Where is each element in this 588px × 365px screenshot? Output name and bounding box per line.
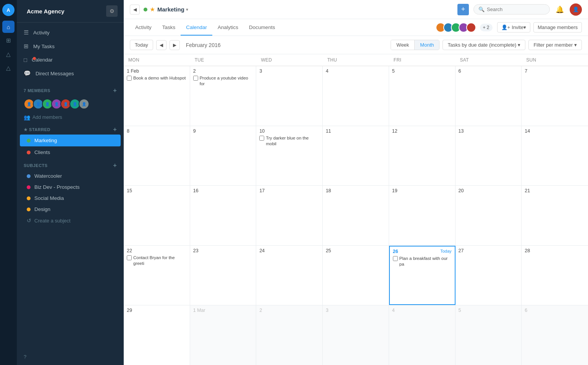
invite-button[interactable]: 👤+ Invite ▾ [497,22,531,32]
calendar-cell[interactable]: 29 [124,305,190,365]
calendar-cell[interactable]: 3 [323,305,389,365]
calendar-cell[interactable]: 19 [389,186,456,245]
tab-analytics[interactable]: Analytics [212,20,244,36]
subject-watercooler[interactable]: Watercooler [20,170,121,182]
app-logo[interactable]: A [2,4,15,16]
add-member-icon[interactable]: + [113,87,117,94]
calendar-task[interactable]: Plan a breakfast with our pa [393,256,452,267]
add-members-button[interactable]: 👥 Add members [17,112,124,122]
subject-design[interactable]: Design [20,204,121,215]
manage-members-button[interactable]: Manage members [533,22,582,32]
home-icon[interactable]: ⌂ [2,21,15,33]
calendar-cell[interactable]: 1 Mar [190,305,257,365]
task-checkbox[interactable] [393,256,398,261]
prev-month-button[interactable]: ◀ [156,40,166,50]
calendar-cell[interactable]: 13 [456,126,522,186]
calendar-cell[interactable]: 18 [323,186,389,245]
tab-tasks[interactable]: Tasks [157,20,181,36]
task-checkbox[interactable] [259,136,264,141]
calendar-cell[interactable]: 27 [456,246,522,305]
calendar-body: 1 FebBook a demo with Hubspot2Produce a … [124,66,588,365]
calendar-cell[interactable]: 4 [323,66,389,126]
starred-clients[interactable]: Clients [20,146,121,158]
add-task-button[interactable]: + [457,4,469,15]
calendar-cell[interactable]: 25 [323,246,389,305]
sidebar-item-calendar[interactable]: □ Calendar [17,53,124,67]
task-checkbox[interactable] [127,76,132,81]
calendar-task[interactable]: Contact Bryan for the greeti [127,255,187,266]
calendar-cell[interactable]: 22Contact Bryan for the greeti [124,246,190,305]
calendar-week-3: 22Contact Bryan for the greeti23242526To… [124,246,588,306]
marketing-label: Marketing [34,138,57,143]
extra-icon[interactable]: △ [2,62,15,74]
calendar-cell[interactable]: 2Produce a youtube video for [190,66,257,126]
calendar-cell[interactable]: 6 [456,66,522,126]
sidebar-item-activity[interactable]: ☰ Activity [17,26,124,39]
cell-date: 22 [127,248,187,253]
calendar-cell[interactable]: 2 [256,305,323,365]
task-checkbox[interactable] [193,76,198,81]
calendar-cell[interactable]: 1 FebBook a demo with Hubspot [124,66,190,126]
sidebar-item-my-tasks[interactable]: ⊞ My Tasks [17,39,124,53]
calendar-cell[interactable]: 4 [389,305,456,365]
create-subject-button[interactable]: ↺ Create a subject [20,215,121,226]
calendar-cell[interactable]: 24 [256,246,323,305]
starred-marketing[interactable]: Marketing [20,135,121,146]
calendar-cell[interactable]: 23 [190,246,257,305]
calendar-cell[interactable]: 5 [456,305,522,365]
add-members-label: Add members [32,115,62,120]
notifications-button[interactable]: 🔔 [554,3,566,16]
calendar-cell[interactable]: 15 [124,186,190,245]
project-star-icon[interactable]: ★ [150,6,155,13]
task-label: Try darker blue on the mobil [266,135,319,147]
projects-icon[interactable]: △ [2,48,15,60]
add-subject-icon[interactable]: + [113,162,117,169]
calendar-cell[interactable]: 20 [456,186,522,245]
calendar-cell[interactable]: 8 [124,126,190,186]
tab-activity[interactable]: Activity [130,20,157,36]
calendar-cell[interactable]: 5 [389,66,456,126]
calendar-cell[interactable]: 12 [389,126,456,186]
create-subject-icon: ↺ [27,217,31,224]
grid-icon[interactable]: ⊞ [2,34,15,47]
month-view-button[interactable]: Month [415,40,439,50]
calendar-cell[interactable]: 14 [522,126,588,186]
tasks-filter-dropdown[interactable]: Tasks by due date (incomplete) ▾ [443,40,525,50]
project-dropdown-icon[interactable]: ▾ [186,7,188,12]
calendar-task[interactable]: Try darker blue on the mobil [259,135,319,147]
calendar-cell[interactable]: 17 [256,186,323,245]
search-box[interactable]: 🔍 [473,4,550,15]
today-button[interactable]: Today [130,40,153,50]
calendar-cell[interactable]: 21 [522,186,588,245]
help-icon: ? [24,354,26,360]
calendar-cell[interactable]: 9 [190,126,257,186]
calendar-task[interactable]: Produce a youtube video for [193,75,253,87]
calendar-cell[interactable]: 11 [323,126,389,186]
calendar-cell[interactable]: 16 [190,186,257,245]
settings-icon[interactable]: ⚙ [106,5,118,17]
member-filter-caret-icon: ▾ [574,42,577,48]
member-filter-dropdown[interactable]: Filter per member ▾ [528,40,582,50]
subject-biz-dev[interactable]: Biz Dev - Prospects [20,182,121,193]
task-checkbox[interactable] [127,255,132,260]
back-button[interactable]: ◀ [130,5,140,15]
calendar-cell[interactable]: 10Try darker blue on the mobil [256,126,323,186]
tab-documents[interactable]: Documents [244,20,280,36]
add-starred-icon[interactable]: + [113,126,117,133]
tab-calendar[interactable]: Calendar [181,20,212,36]
calendar-cell[interactable]: 6 [522,305,588,365]
calendar-cell[interactable]: 28 [522,246,588,305]
subject-social-media[interactable]: Social Media [20,193,121,204]
next-month-button[interactable]: ▶ [170,40,180,50]
week-view-button[interactable]: Week [391,40,415,50]
calendar-cell[interactable]: 3 [256,66,323,126]
calendar-task[interactable]: Book a demo with Hubspot [127,75,187,81]
calendar-cell[interactable]: 26TodayPlan a breakfast with our pa [389,246,456,305]
search-input[interactable] [487,6,545,12]
help-button[interactable]: ? [17,349,124,365]
user-avatar[interactable]: 👤 [570,3,582,16]
sidebar-item-messages[interactable]: 💬 Direct Messages [17,67,124,80]
tabs-row: Activity Tasks Calendar Analytics Docume… [124,19,588,36]
calendar-cell[interactable]: 7 [522,66,588,126]
social-media-dot [27,196,31,200]
